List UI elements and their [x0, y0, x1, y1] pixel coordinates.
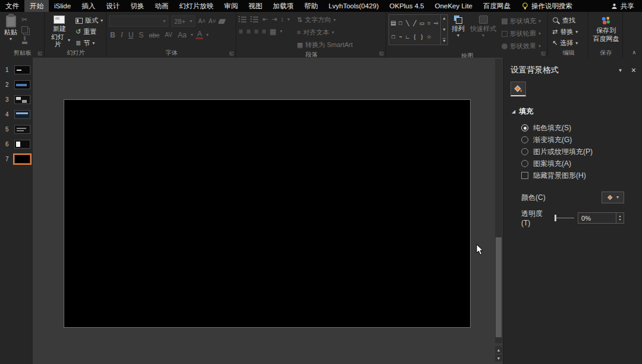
slide-thumbnail[interactable]: [14, 155, 30, 164]
shape-arrow-icon[interactable]: ⇨: [433, 16, 440, 30]
clipboard-dialog-launcher[interactable]: [37, 51, 42, 56]
slide-thumbnail[interactable]: [14, 95, 30, 104]
shape-curve-icon[interactable]: ~: [397, 30, 404, 43]
shape-brace-right-icon[interactable]: }: [418, 30, 425, 43]
cut-icon[interactable]: [21, 16, 27, 23]
shape-rect2-icon[interactable]: ▭: [418, 16, 425, 30]
tab-transitions[interactable]: 切换: [125, 0, 149, 12]
collapse-ribbon-button[interactable]: [632, 50, 636, 55]
slide-thumbnail[interactable]: [14, 110, 30, 119]
gallery-scroll-down-icon[interactable]: [443, 27, 445, 32]
tab-animations[interactable]: 动画: [149, 0, 174, 12]
fill-color-button[interactable]: [602, 192, 624, 203]
new-slide-button[interactable]: 新建 幻灯片: [47, 14, 72, 49]
previous-slide-button[interactable]: ▲: [495, 346, 502, 353]
tab-insert[interactable]: 插入: [76, 0, 101, 12]
font-size-combo[interactable]: 28+: [171, 15, 195, 27]
tab-file[interactable]: 文件: [0, 0, 24, 12]
section-button[interactable]: 节: [74, 37, 105, 49]
paragraph-dialog-launcher[interactable]: [379, 51, 384, 56]
tab-baidu-netdisk[interactable]: 百度网盘: [478, 0, 516, 12]
slide-thumb-row-2[interactable]: 2: [0, 77, 33, 92]
find-button[interactable]: 查找: [550, 15, 580, 26]
fill-section-header[interactable]: 填充: [512, 106, 642, 117]
slide-thumbnail[interactable]: [14, 140, 30, 149]
format-painter-icon[interactable]: [21, 36, 28, 44]
radio-button[interactable]: [521, 136, 528, 143]
fill-option-picture-texture[interactable]: 图片或纹理填充(P): [503, 146, 642, 158]
shape-brace-left-icon[interactable]: {: [411, 30, 418, 43]
clear-formatting-icon[interactable]: [218, 19, 226, 24]
convert-smartart-button[interactable]: 转换为 SmartArt: [295, 39, 355, 51]
shape-outline-button[interactable]: 形状轮廓: [500, 28, 543, 39]
shape-rect3-icon[interactable]: □: [390, 30, 397, 43]
tell-me-search[interactable]: 操作说明搜索: [516, 0, 578, 12]
align-center-icon[interactable]: [246, 28, 250, 35]
font-color-button[interactable]: A: [196, 31, 203, 39]
shape-star-icon[interactable]: ☆: [425, 30, 433, 43]
vertical-scrollbar[interactable]: [495, 59, 502, 343]
slide-thumb-row-1[interactable]: 1: [0, 62, 33, 77]
gallery-more-icon[interactable]: [443, 38, 445, 43]
tab-design[interactable]: 设计: [101, 0, 125, 12]
tab-add-ins[interactable]: 加载项: [268, 0, 299, 12]
tab-view[interactable]: 视图: [243, 0, 268, 12]
columns-icon[interactable]: [270, 28, 276, 35]
tab-onekey-lite[interactable]: OneKey Lite: [430, 0, 478, 12]
hide-background-graphics-option[interactable]: 隐藏背景图形(H): [503, 170, 642, 181]
gallery-scroll-up-icon[interactable]: [443, 16, 445, 21]
strikethrough-button[interactable]: abc: [148, 32, 161, 39]
replace-button[interactable]: 替换: [550, 26, 580, 37]
shape-angle-icon[interactable]: ∟: [404, 30, 411, 43]
slide-thumbnail[interactable]: [14, 125, 30, 134]
justify-icon[interactable]: [262, 28, 266, 35]
fill-tab-button[interactable]: [511, 81, 526, 96]
font-dialog-launcher[interactable]: [229, 51, 234, 56]
align-right-icon[interactable]: [254, 28, 258, 35]
slide-canvas[interactable]: [64, 99, 471, 328]
bullets-icon[interactable]: [239, 16, 247, 23]
shape-textbox-icon[interactable]: ▤: [390, 16, 397, 30]
slide-thumb-row-5[interactable]: 5: [0, 122, 33, 137]
slide-thumb-row-3[interactable]: 3: [0, 92, 33, 107]
checkbox[interactable]: [521, 172, 528, 179]
text-direction-button[interactable]: 文字方向: [295, 14, 355, 26]
numbering-icon[interactable]: [250, 16, 259, 23]
spinner-down-icon[interactable]: [619, 218, 621, 221]
next-slide-button[interactable]: ▼: [495, 354, 502, 362]
shape-line2-icon[interactable]: ╱: [411, 16, 418, 30]
shape-effects-button[interactable]: 形状效果: [500, 40, 543, 52]
change-case-button[interactable]: Aa: [177, 31, 188, 39]
fill-option-gradient[interactable]: 渐变填充(G): [503, 134, 642, 146]
increase-indent-icon[interactable]: [271, 16, 277, 23]
tab-help[interactable]: 帮助: [299, 0, 323, 12]
text-shadow-button[interactable]: S: [137, 31, 145, 39]
shape-oval-icon[interactable]: ○: [425, 16, 433, 30]
slide-thumb-row-4[interactable]: 4: [0, 107, 33, 122]
arrange-button[interactable]: 排列: [450, 14, 466, 39]
slide-thumb-row-7[interactable]: 7: [0, 152, 33, 167]
underline-button[interactable]: U: [127, 31, 135, 39]
drawing-dialog-launcher[interactable]: [541, 51, 546, 56]
copy-icon[interactable]: [21, 26, 28, 33]
save-to-baidu-button[interactable]: 保存到 百度网盘: [591, 14, 621, 43]
panel-menu-caret-icon[interactable]: [619, 68, 622, 73]
radio-button[interactable]: [521, 124, 528, 131]
tab-islide[interactable]: iSlide: [49, 0, 76, 12]
slide-thumb-row-6[interactable]: 6: [0, 137, 33, 152]
grow-font-icon[interactable]: [198, 18, 206, 24]
tab-home[interactable]: 开始: [24, 0, 49, 12]
decrease-indent-icon[interactable]: [262, 16, 268, 23]
slide-editor-area[interactable]: ▲ ▼: [33, 58, 503, 364]
slide-thumbnail[interactable]: [14, 65, 30, 74]
radio-button[interactable]: [521, 148, 528, 155]
bold-button[interactable]: B: [109, 31, 117, 39]
tab-okplus[interactable]: OKPlus 4.5: [384, 0, 430, 12]
slide-thumbnail[interactable]: [14, 80, 30, 89]
tab-lvyhtools[interactable]: LvyhTools(0429): [323, 0, 384, 12]
shape-line-icon[interactable]: ╲: [404, 16, 411, 30]
transparency-slider[interactable]: [555, 215, 574, 221]
reset-button[interactable]: 重置: [74, 26, 105, 37]
shape-rectangle-icon[interactable]: □: [397, 16, 404, 30]
font-name-combo[interactable]: [109, 15, 168, 27]
